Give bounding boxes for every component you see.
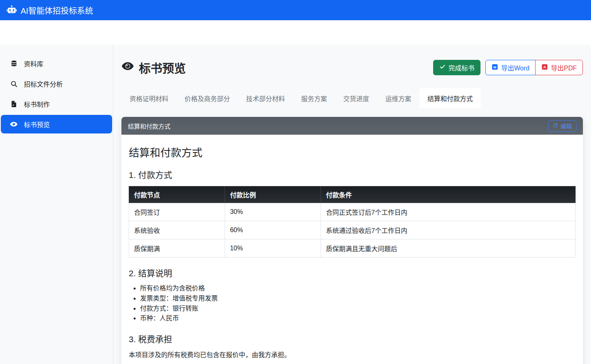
payment-table: 付款节点 付款比例 付款条件 合同签订 30% 合同正式签订后7个工作日内 系统…	[129, 186, 576, 258]
word-file-icon: w	[491, 63, 498, 72]
app-brand: AI智能体招投标系统	[6, 4, 93, 16]
main-content: 标书预览 完成标书 w	[113, 44, 591, 364]
export-word-button[interactable]: w 导出Word	[485, 60, 536, 75]
section-card: 结算和付款方式 编辑 结算和付款方式 1. 付款方式	[121, 117, 583, 364]
card-header: 结算和付款方式 编辑	[121, 117, 583, 135]
content-title: 结算和付款方式	[129, 144, 576, 159]
check-icon	[439, 63, 446, 72]
sidebar-item-analysis[interactable]: 招标文件分析	[1, 74, 112, 93]
sidebar-item-label: 标书预览	[24, 119, 50, 129]
list-item: 付款方式：银行转账	[140, 304, 576, 314]
card-header-title: 结算和付款方式	[128, 122, 170, 130]
table-row: 合同签订 30% 合同正式签订后7个工作日内	[129, 203, 576, 221]
robot-icon	[6, 5, 17, 15]
col-header-ratio: 付款比例	[225, 186, 321, 203]
tab-service-plan[interactable]: 服务方案	[293, 88, 335, 108]
export-pdf-button[interactable]: A 导出PDF	[535, 60, 583, 75]
sidebar-item-create[interactable]: 标书制作	[1, 95, 112, 113]
list-item: 发票类型：增值税专用发票	[140, 294, 576, 304]
tab-price-business[interactable]: 价格及商务部分	[176, 88, 238, 108]
tab-maintenance[interactable]: 运维方案	[377, 88, 419, 108]
section3-heading: 3. 税费承担	[129, 332, 576, 345]
table-row: 质保期满 10% 质保期满且无重大问题后	[129, 239, 576, 258]
eye-icon	[121, 60, 134, 75]
list-item: 币种：人民币	[140, 313, 576, 324]
edit-button[interactable]: 编辑	[548, 120, 576, 132]
section1-heading: 1. 付款方式	[129, 168, 576, 180]
sidebar-item-library[interactable]: 资料库	[1, 54, 112, 73]
table-row: 系统验收 60% 系统通过验收后7个工作日内	[129, 221, 576, 239]
pdf-file-icon: A	[541, 63, 548, 72]
table-header-row: 付款节点 付款比例 付款条件	[129, 186, 576, 203]
app-title: AI智能体招投标系统	[21, 4, 93, 16]
top-navbar: AI智能体招投标系统	[0, 0, 591, 20]
preview-tabs: 资格证明材料 价格及商务部分 技术部分材料 服务方案 交货进度 运维方案 结算和…	[121, 88, 583, 108]
sidebar-item-label: 资料库	[24, 59, 43, 68]
sidebar-item-label: 标书制作	[24, 99, 50, 109]
edit-pencil-icon	[553, 123, 558, 129]
file-edit-icon	[10, 100, 18, 108]
sidebar-item-label: 招标文件分析	[24, 79, 63, 89]
svg-text:w: w	[493, 65, 497, 69]
tab-technical[interactable]: 技术部分材料	[238, 88, 293, 108]
tab-payment-terms[interactable]: 结算和付款方式	[419, 88, 481, 108]
settlement-notes-list: 所有价格均为含税价格 发票类型：增值税专用发票 付款方式：银行转账 币种：人民币	[129, 284, 576, 324]
col-header-node: 付款节点	[129, 186, 225, 203]
col-header-condition: 付款条件	[321, 186, 576, 203]
section2-heading: 2. 结算说明	[129, 267, 576, 279]
sidebar-item-preview[interactable]: 标书预览	[1, 115, 112, 133]
list-item: 所有价格均为含税价格	[140, 284, 576, 294]
tab-qualification[interactable]: 资格证明材料	[121, 88, 176, 108]
sidebar: 资料库 招标文件分析 标书制作	[0, 44, 113, 364]
header-actions: 完成标书 w 导出Word A	[433, 60, 583, 75]
complete-bid-button[interactable]: 完成标书	[433, 60, 480, 75]
card-body: 结算和付款方式 1. 付款方式 付款节点 付款比例 付款条件 合同签订	[121, 135, 583, 364]
page-title: 标书预览	[121, 59, 186, 76]
eye-icon	[10, 120, 18, 128]
top-white-band	[0, 20, 591, 44]
database-icon	[10, 59, 18, 68]
tab-delivery[interactable]: 交货进度	[335, 88, 377, 108]
tax-statement: 本项目涉及的所有税费均已包含在报价中，由我方承担。	[129, 349, 576, 359]
search-icon	[10, 80, 18, 88]
svg-text:A: A	[543, 65, 546, 69]
